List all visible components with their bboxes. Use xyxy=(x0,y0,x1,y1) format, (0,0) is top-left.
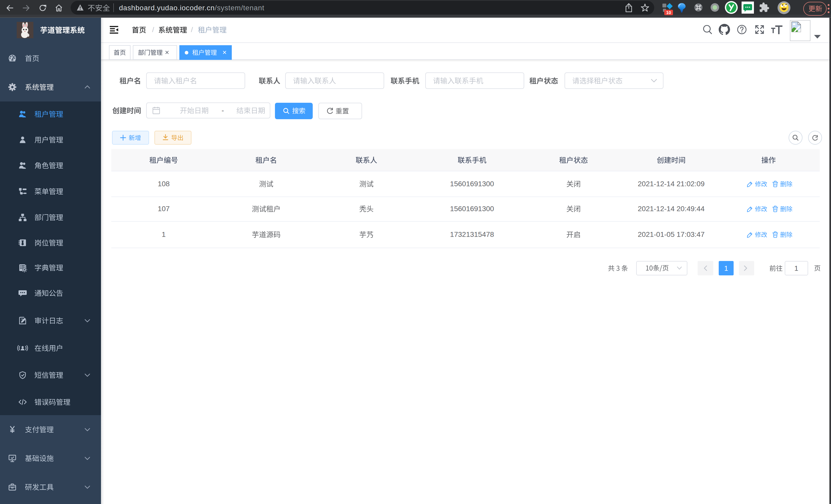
svg-text:10: 10 xyxy=(666,10,671,15)
